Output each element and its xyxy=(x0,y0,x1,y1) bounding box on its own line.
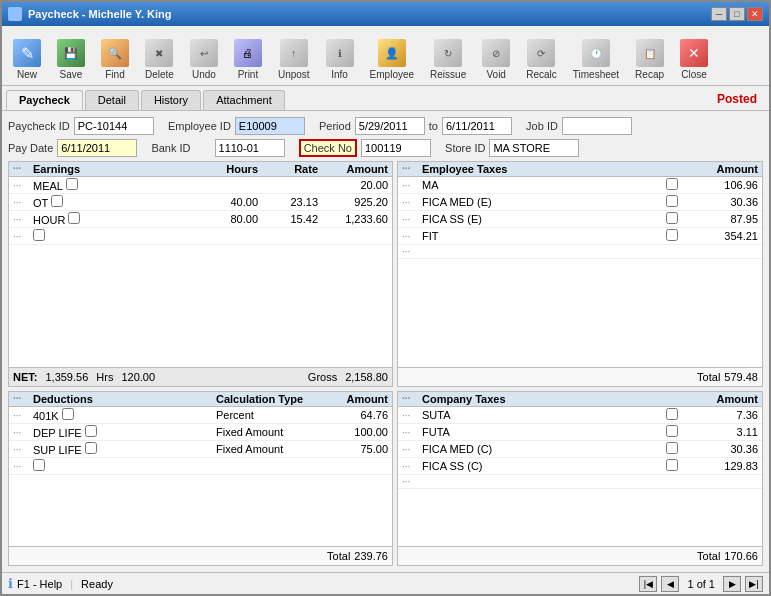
empty-earn-checkbox[interactable] xyxy=(33,229,45,241)
window-title: Paycheck - Michelle Y. King xyxy=(28,8,171,20)
ded-amount-header: Amount xyxy=(322,392,392,406)
ctx-header: ··· Company Taxes Amount xyxy=(398,392,762,407)
net-value: 1,359.56 xyxy=(45,371,88,383)
table-row: ··· MEAL 20.00 xyxy=(9,177,392,194)
delete-icon: ✖ xyxy=(145,39,173,67)
deductions-body: ··· 401K Percent 64.76 ··· DEP LIFE Fixe… xyxy=(9,407,392,546)
sup-life-checkbox[interactable] xyxy=(85,442,97,454)
help-text: F1 - Help xyxy=(17,578,62,590)
401k-checkbox[interactable] xyxy=(62,408,74,420)
unpost-label: Unpost xyxy=(278,69,310,80)
meal-checkbox[interactable] xyxy=(66,178,78,190)
hour-checkbox[interactable] xyxy=(68,212,80,224)
job-id-input[interactable] xyxy=(562,117,632,135)
table-row: ··· MA 106.96 xyxy=(398,177,762,194)
new-button[interactable]: ✎ New xyxy=(6,36,48,83)
job-id-label: Job ID xyxy=(526,120,558,132)
tab-paycheck[interactable]: Paycheck xyxy=(6,90,83,110)
employee-id-input[interactable] xyxy=(235,117,305,135)
undo-icon: ↩ xyxy=(190,39,218,67)
table-row: ··· OT 40.00 23.13 925.20 xyxy=(9,194,392,211)
fica-med-c-checkbox[interactable] xyxy=(666,442,678,454)
paycheck-id-label: Paycheck ID xyxy=(8,120,70,132)
tax-header: ··· Employee Taxes Amount xyxy=(398,162,762,177)
ma-tax-checkbox[interactable] xyxy=(666,178,678,190)
tab-attachment[interactable]: Attachment xyxy=(203,90,285,110)
undo-button[interactable]: ↩ Undo xyxy=(183,36,225,83)
bank-id-input[interactable] xyxy=(215,139,285,157)
period-to-input[interactable] xyxy=(442,117,512,135)
fica-med-e-checkbox[interactable] xyxy=(666,195,678,207)
minimize-button[interactable]: ─ xyxy=(711,7,727,21)
close-toolbar-label: Close xyxy=(681,69,707,80)
undo-label: Undo xyxy=(192,69,216,80)
empty-ded-checkbox[interactable] xyxy=(33,459,45,471)
reissue-icon: ↻ xyxy=(434,39,462,67)
fit-checkbox[interactable] xyxy=(666,229,678,241)
period-from-input[interactable] xyxy=(355,117,425,135)
bank-id-label: Bank ID xyxy=(151,142,190,154)
table-row: ··· SUTA 7.36 xyxy=(398,407,762,424)
earnings-title: Earnings xyxy=(29,162,202,176)
check-no-label: Check No xyxy=(299,139,357,157)
ctx-body: ··· SUTA 7.36 ··· FUTA 3.11 ··· FICA MED… xyxy=(398,407,762,546)
info-button[interactable]: ℹ Info xyxy=(319,36,361,83)
table-row: ··· xyxy=(398,245,762,259)
timesheet-button[interactable]: 🕐 Timesheet xyxy=(566,36,626,83)
tax-total-row: Total 579.48 xyxy=(398,367,762,386)
ot-checkbox[interactable] xyxy=(51,195,63,207)
pay-date-input[interactable] xyxy=(57,139,137,157)
fica-ss-e-checkbox[interactable] xyxy=(666,212,678,224)
close-button[interactable]: ✕ xyxy=(747,7,763,21)
reissue-button[interactable]: ↻ Reissue xyxy=(423,36,473,83)
ctx-total-value: 170.66 xyxy=(724,550,758,562)
tax-amount-header: Amount xyxy=(692,162,762,176)
app-icon xyxy=(8,7,22,21)
recap-button[interactable]: 📋 Recap xyxy=(628,36,671,83)
store-id-input[interactable] xyxy=(489,139,579,157)
void-button[interactable]: ⊘ Void xyxy=(475,36,517,83)
ded-total-row: Total 239.76 xyxy=(9,546,392,565)
find-icon: 🔍 xyxy=(101,39,129,67)
top-panels: ··· Earnings Hours Rate Amount ··· MEAL … xyxy=(8,161,763,387)
bottom-panels: ··· Deductions Calculation Type Amount ·… xyxy=(8,391,763,566)
next-page-button[interactable]: ▶ xyxy=(723,576,741,592)
delete-button[interactable]: ✖ Delete xyxy=(138,36,181,83)
table-row: ··· FUTA 3.11 xyxy=(398,424,762,441)
print-button[interactable]: 🖨 Print xyxy=(227,36,269,83)
find-button[interactable]: 🔍 Find xyxy=(94,36,136,83)
net-bar: NET: 1,359.56 Hrs 120.00 Gross 2,158.80 xyxy=(9,367,392,386)
paycheck-id-input[interactable] xyxy=(74,117,154,135)
toolbar: ✎ New 💾 Save 🔍 Find ✖ Delete ↩ Undo 🖨 Pr… xyxy=(2,26,769,86)
last-page-button[interactable]: ▶| xyxy=(745,576,763,592)
company-taxes-panel: ··· Company Taxes Amount ··· SUTA 7.36 ·… xyxy=(397,391,763,566)
futa-checkbox[interactable] xyxy=(666,425,678,437)
save-button[interactable]: 💾 Save xyxy=(50,36,92,83)
window-controls: ─ □ ✕ xyxy=(711,7,763,21)
net-label: NET: xyxy=(13,371,37,383)
print-label: Print xyxy=(238,69,259,80)
timesheet-label: Timesheet xyxy=(573,69,619,80)
first-page-button[interactable]: |◀ xyxy=(639,576,657,592)
tab-history[interactable]: History xyxy=(141,90,201,110)
employee-button[interactable]: 👤 Employee xyxy=(363,36,421,83)
check-no-input[interactable] xyxy=(361,139,431,157)
recalc-button[interactable]: ⟳ Recalc xyxy=(519,36,564,83)
close-toolbar-button[interactable]: ✕ Close xyxy=(673,36,715,83)
table-row: ··· FICA SS (E) 87.95 xyxy=(398,211,762,228)
table-row: ··· SUP LIFE Fixed Amount 75.00 xyxy=(9,441,392,458)
tab-detail[interactable]: Detail xyxy=(85,90,139,110)
prev-page-button[interactable]: ◀ xyxy=(661,576,679,592)
info-icon: ℹ xyxy=(326,39,354,67)
maximize-button[interactable]: □ xyxy=(729,7,745,21)
dep-life-checkbox[interactable] xyxy=(85,425,97,437)
company-taxes-title: Company Taxes xyxy=(418,392,662,406)
reissue-label: Reissue xyxy=(430,69,466,80)
unpost-button[interactable]: ↑ Unpost xyxy=(271,36,317,83)
recalc-icon: ⟳ xyxy=(527,39,555,67)
suta-checkbox[interactable] xyxy=(666,408,678,420)
tax-total-label: Total xyxy=(697,371,720,383)
fica-ss-c-checkbox[interactable] xyxy=(666,459,678,471)
store-id-label: Store ID xyxy=(445,142,485,154)
calc-type-header: Calculation Type xyxy=(212,392,322,406)
